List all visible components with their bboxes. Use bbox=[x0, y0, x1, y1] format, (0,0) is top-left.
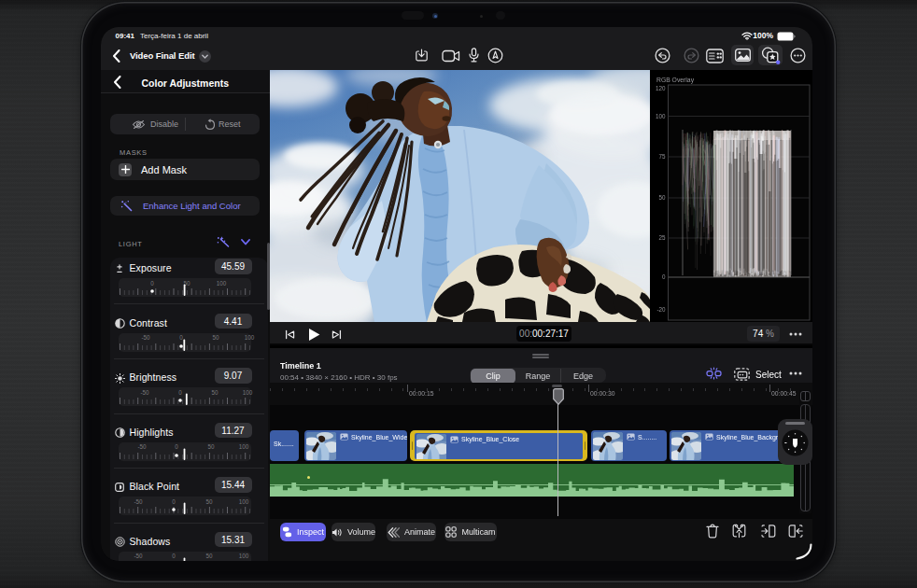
svg-text:-20: -20 bbox=[656, 306, 666, 313]
svg-text:100: 100 bbox=[656, 113, 666, 119]
svg-text:0: 0 bbox=[662, 273, 666, 280]
svg-text:RGB Overlay: RGB Overlay bbox=[656, 77, 695, 84]
svg-text:50: 50 bbox=[658, 194, 666, 201]
svg-text:25: 25 bbox=[658, 234, 666, 241]
svg-text:120: 120 bbox=[656, 85, 666, 91]
svg-text:75: 75 bbox=[658, 153, 666, 160]
